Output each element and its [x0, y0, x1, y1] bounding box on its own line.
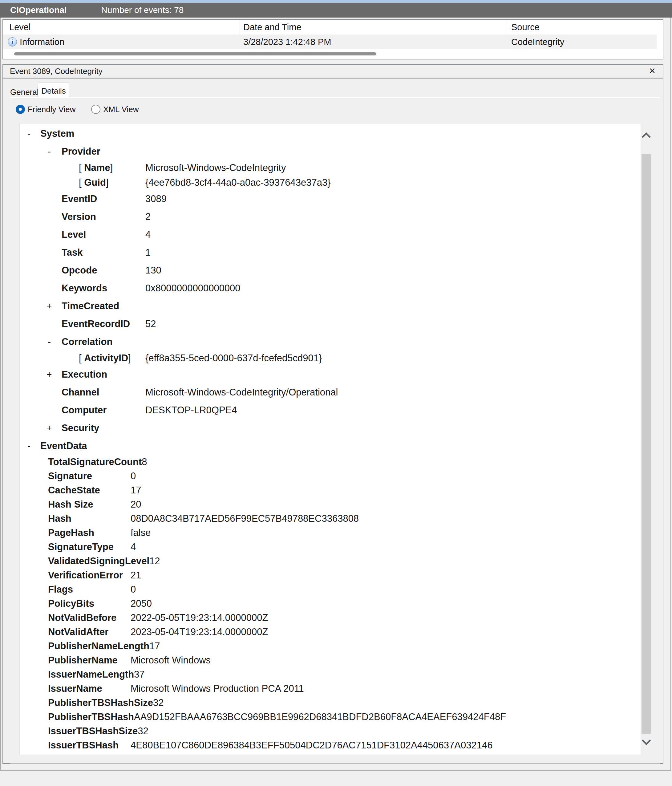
tree-row-value: 0: [130, 471, 136, 481]
close-icon[interactable]: ✕: [647, 66, 657, 76]
tree-row-value: 4E80BE107C860DE896384B3EFF50504DC2D76AC7…: [130, 740, 493, 751]
tree-row-label: Task: [61, 244, 145, 261]
tree-row-guid: [ Guid]{4ee76bd8-3cf4-44a0-a0ac-3937643e…: [20, 175, 641, 190]
log-name: CIOperational: [10, 5, 67, 15]
tree-row-value: 0x8000000000000000: [145, 283, 240, 294]
tree-row-label: [ ActivityID]: [79, 351, 145, 366]
tree-row-channel: ChannelMicrosoft-Windows-CodeIntegrity/O…: [20, 384, 641, 401]
column-header-level[interactable]: Level: [3, 20, 240, 35]
horizontal-scrollbar[interactable]: [3, 49, 663, 59]
tree-row-execution: +Execution: [20, 366, 641, 384]
tree-row-label: Opcode: [61, 261, 145, 279]
tree-row-name: [ Name]Microsoft-Windows-CodeIntegrity: [20, 160, 641, 175]
friendly-view-tree: -System-Provider[ Name]Microsoft-Windows…: [19, 123, 641, 755]
xml-view-radio[interactable]: [91, 105, 100, 114]
tree-row-value: 08D0A8C34B717AED56F99EC57B49788EC3363808: [130, 513, 359, 524]
tree-row-label: PolicyBits: [48, 597, 130, 611]
tree-row-value: 4: [130, 541, 136, 552]
bracket-close: ]: [110, 162, 113, 173]
tree-row-flags: Flags0: [20, 582, 641, 597]
tree-row-value: 2023-05-04T19:23:14.0000000Z: [130, 626, 268, 637]
tab-details[interactable]: Details: [38, 83, 69, 97]
tree-row-version: Version2: [20, 208, 641, 226]
tree-row-label: EventID: [61, 190, 145, 208]
tree-row-publishertbshashsize: PublisherTBSHashSize32: [20, 696, 641, 710]
tree-row-label: Computer: [61, 401, 145, 419]
collapse-toggle-icon[interactable]: -: [25, 437, 33, 455]
tree-row-label: EventRecordID: [61, 315, 145, 333]
tree-row-label: Keywords: [61, 279, 145, 297]
expand-toggle-icon[interactable]: +: [46, 366, 53, 384]
collapse-toggle-icon[interactable]: -: [46, 143, 53, 160]
chevron-down-icon[interactable]: [642, 736, 651, 745]
event-list-panel: Level Date and Time Source i Information…: [2, 19, 663, 60]
tree-row-value: 17: [149, 641, 160, 651]
tree-row-issuertbshashsize: IssuerTBSHashSize32: [20, 724, 641, 738]
tree-row-issuertbshash: IssuerTBSHash4E80BE107C860DE896384B3EFF5…: [20, 738, 641, 753]
column-header-source[interactable]: Source: [507, 20, 663, 35]
tree-row-pagehash: PageHashfalse: [20, 526, 641, 540]
tree-row-value: 2050: [130, 598, 152, 609]
tree-row-value: 0: [130, 584, 136, 595]
bracket-close: ]: [128, 353, 131, 363]
tab-general[interactable]: General: [10, 87, 38, 97]
tree-row-label: Correlation: [61, 333, 145, 351]
tree-row-policybits: PolicyBits2050: [20, 597, 641, 611]
tree-row-value: 21: [130, 570, 141, 580]
bracket-close: ]: [106, 177, 109, 188]
tree-row-value: Microsoft Windows Production PCA 2011: [130, 683, 304, 694]
expand-toggle-icon[interactable]: +: [46, 297, 53, 315]
information-level-icon: i: [8, 37, 17, 47]
tree-row-publishernamelength: PublisherNameLength17: [20, 639, 641, 653]
tree-row-label: NotValidAfter: [48, 625, 130, 639]
tree-row-label: Flags: [48, 582, 130, 597]
tree-row-correlation: -Correlation: [20, 333, 641, 351]
tree-row-value: DESKTOP-LR0QPE4: [145, 405, 237, 415]
tree-row-label: PublisherTBSHashSize: [48, 696, 153, 710]
tree-row-label: IssuerTBSHashSize: [48, 724, 138, 738]
expand-toggle-icon[interactable]: +: [46, 419, 53, 437]
tree-row-value: 1: [145, 247, 151, 258]
tree-row-eventid: EventID3089: [20, 190, 641, 208]
tree-row-value: 37: [134, 669, 144, 680]
tree-row-label: Hash Size: [48, 497, 130, 512]
column-header-date-and-time[interactable]: Date and Time: [240, 20, 507, 35]
horizontal-scrollbar-thumb[interactable]: [14, 52, 376, 55]
tree-row-cachestate: CacheState17: [20, 483, 641, 497]
collapse-toggle-icon[interactable]: -: [25, 125, 33, 143]
tree-row-value: 20: [130, 499, 141, 510]
friendly-view-radio[interactable]: [16, 105, 25, 114]
tree-row-provider: -Provider: [20, 143, 641, 160]
event-row[interactable]: i Information 3/28/2023 1:42:48 PM CodeI…: [3, 35, 656, 49]
detail-panel-header: Event 3089, CodeIntegrity ✕: [3, 65, 663, 78]
xml-view-radio-label[interactable]: XML View: [103, 105, 139, 114]
tree-row-label: TotalSignatureCount: [48, 455, 142, 469]
tree-row-label: PublisherName: [48, 653, 130, 667]
vertical-scrollbar-thumb[interactable]: [642, 154, 651, 734]
chevron-up-icon[interactable]: [642, 132, 651, 141]
tree-row-label: IssuerTBSHash: [48, 738, 130, 753]
tree-row-activityid: [ ActivityID]{eff8a355-5ced-0000-637d-fc…: [20, 351, 641, 366]
tree-row-verificationerror: VerificationError21: [20, 568, 641, 582]
table-header-row: Level Date and Time Source: [3, 20, 663, 35]
event-detail-panel: Event 3089, CodeIntegrity ✕ General Deta…: [2, 64, 663, 764]
tree-row-value: 4: [145, 229, 151, 240]
tree-row-label: Signature: [48, 469, 130, 483]
event-date-time: 3/28/2023 1:42:48 PM: [240, 35, 507, 49]
vertical-scrollbar[interactable]: [642, 123, 652, 755]
event-level: Information: [20, 37, 64, 47]
tree-row-value: {4ee76bd8-3cf4-44a0-a0ac-3937643e37a3}: [145, 177, 331, 188]
tree-row-issuernamelength: IssuerNameLength37: [20, 667, 641, 682]
tree-row-label: EventData: [40, 437, 124, 455]
tree-row-opcode: Opcode130: [20, 261, 641, 279]
tree-row-timecreated: +TimeCreated: [20, 297, 641, 315]
tree-row-label: IssuerName: [48, 682, 130, 696]
tree-row-label: System: [40, 125, 124, 143]
collapse-toggle-icon[interactable]: -: [46, 333, 53, 351]
tree-row-value: 3089: [145, 193, 166, 204]
tree-row-label: Level: [61, 226, 145, 244]
friendly-view-radio-label[interactable]: Friendly View: [28, 105, 76, 114]
tree-row-value: 12: [149, 556, 160, 566]
tree-row-value: 32: [138, 726, 148, 736]
tree-row-label: Provider: [61, 143, 145, 160]
